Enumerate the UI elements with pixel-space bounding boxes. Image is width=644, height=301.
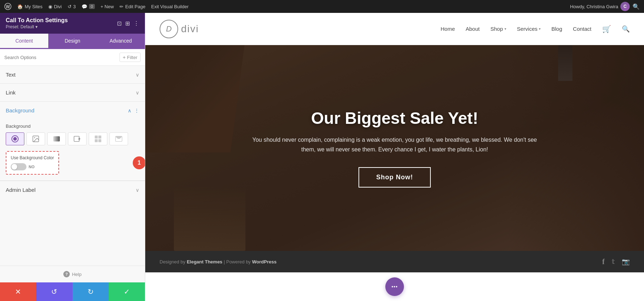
nav-blog[interactable]: Blog bbox=[551, 26, 562, 32]
search-options-input[interactable] bbox=[4, 55, 117, 60]
help-section[interactable]: ? Help bbox=[0, 266, 145, 282]
services-dropdown-arrow: ▾ bbox=[539, 27, 541, 31]
panel-header: Call To Action Settings Preset: Default … bbox=[0, 13, 145, 34]
nav-about[interactable]: About bbox=[465, 26, 479, 32]
mask-icon bbox=[115, 135, 123, 143]
save-button[interactable]: ✓ bbox=[109, 282, 145, 301]
comments-count: 0 bbox=[89, 4, 95, 9]
link-section-header[interactable]: Link ∨ bbox=[0, 84, 145, 101]
sync-icon: ↺ bbox=[68, 4, 72, 9]
fab-button[interactable]: ••• bbox=[385, 277, 404, 296]
background-section-icons: ∧ ⋮ bbox=[128, 108, 139, 113]
shop-dropdown-arrow: ▾ bbox=[504, 27, 506, 31]
panel-preset[interactable]: Preset: Default ▾ bbox=[6, 24, 68, 29]
background-section-content: Background bbox=[0, 119, 145, 180]
link-section-arrow: ∨ bbox=[136, 90, 139, 96]
use-bg-color-label: Use Background Color bbox=[11, 155, 54, 160]
exit-builder-button[interactable]: Exit Visual Builder bbox=[151, 4, 189, 9]
nav-search-icon[interactable]: 🔍 bbox=[622, 25, 630, 33]
comments-button[interactable]: 💬 0 bbox=[82, 4, 95, 9]
main-layout: Call To Action Settings Preset: Default … bbox=[0, 13, 644, 301]
home-icon: 🏠 bbox=[17, 4, 23, 9]
edit-icon: ✏ bbox=[119, 4, 123, 9]
link-section-title: Link bbox=[6, 89, 16, 96]
redo-button[interactable]: ↻ bbox=[73, 282, 109, 301]
link-section: Link ∨ bbox=[0, 84, 145, 102]
text-section-arrow: ∨ bbox=[136, 72, 139, 78]
my-sites-button[interactable]: 🏠 My Sites bbox=[17, 4, 43, 9]
color-fill-icon bbox=[11, 135, 19, 143]
panel-actions: ✕ ↺ ↻ ✓ bbox=[0, 282, 145, 301]
bg-type-pattern[interactable] bbox=[89, 132, 107, 145]
panel-search-bar: + Filter bbox=[0, 49, 145, 66]
admin-label-section[interactable]: Admin Label ∨ bbox=[0, 181, 145, 199]
site-header: D divi Home About Shop ▾ Services ▾ bbox=[145, 13, 644, 45]
bg-type-color[interactable] bbox=[6, 132, 24, 145]
panel-tabs: Content Design Advanced bbox=[0, 34, 145, 49]
logo-text: divi bbox=[181, 23, 199, 35]
toggle-no-label: NO bbox=[29, 165, 35, 169]
cancel-button[interactable]: ✕ bbox=[0, 282, 36, 301]
tab-content[interactable]: Content bbox=[0, 34, 48, 49]
svg-point-2 bbox=[13, 137, 17, 141]
admin-label-title: Admin Label bbox=[6, 187, 35, 193]
site-footer: Designed by Elegant Themes | Powered by … bbox=[145, 251, 644, 272]
background-section-header[interactable]: Background ∧ ⋮ bbox=[0, 102, 145, 119]
svg-point-4 bbox=[34, 137, 35, 138]
hero-subtitle: You should never complain, complaining i… bbox=[248, 135, 541, 154]
hero-section: Our Biggest Sale Yet! You should never c… bbox=[145, 45, 644, 251]
tab-design[interactable]: Design bbox=[48, 34, 97, 49]
background-section-arrow: ∧ bbox=[128, 108, 131, 113]
svg-rect-11 bbox=[98, 139, 101, 142]
cart-icon[interactable]: 🛒 bbox=[602, 25, 611, 33]
use-background-color-box: Use Background Color NO bbox=[6, 151, 59, 175]
bg-type-image[interactable] bbox=[26, 132, 45, 145]
fab-icon: ••• bbox=[391, 284, 398, 290]
background-section-more[interactable]: ⋮ bbox=[134, 108, 139, 113]
elegant-themes-link[interactable]: Elegant Themes bbox=[187, 259, 223, 264]
cancel-icon: ✕ bbox=[15, 287, 21, 296]
nav-shop[interactable]: Shop ▾ bbox=[491, 26, 506, 32]
badge-number: 1 bbox=[133, 156, 145, 169]
bg-color-toggle[interactable] bbox=[11, 163, 26, 170]
user-avatar: C bbox=[620, 2, 630, 11]
redo-icon: ↻ bbox=[88, 287, 94, 296]
sync-button[interactable]: ↺ 3 bbox=[68, 4, 76, 9]
nav-services[interactable]: Services ▾ bbox=[517, 26, 541, 32]
divi-button[interactable]: ◉ Divi bbox=[48, 4, 62, 9]
panel-header-icons: ⊡ ⊞ ⋮ bbox=[117, 20, 139, 27]
panel-more-icon[interactable]: ⋮ bbox=[133, 20, 139, 27]
pattern-icon bbox=[94, 135, 102, 143]
bg-type-mask[interactable] bbox=[109, 132, 128, 145]
filter-button[interactable]: + Filter bbox=[119, 53, 141, 62]
admin-bar-right: Howdy, Christina Gwira C 🔍 bbox=[570, 2, 640, 11]
wordpress-link[interactable]: WordPress bbox=[252, 259, 276, 264]
text-section-header[interactable]: Text ∨ bbox=[0, 66, 145, 83]
new-button[interactable]: + New bbox=[101, 4, 114, 9]
bg-type-video[interactable] bbox=[68, 132, 87, 145]
instagram-icon[interactable]: 📷 bbox=[622, 258, 630, 266]
panel-grid-icon[interactable]: ⊞ bbox=[125, 20, 130, 27]
facebook-icon[interactable]: f bbox=[602, 258, 605, 266]
comment-icon: 💬 bbox=[82, 4, 87, 9]
twitter-icon[interactable]: 𝕥 bbox=[612, 258, 615, 266]
nav-contact[interactable]: Contact bbox=[573, 26, 591, 32]
panel-collapse-icon[interactable]: ⊡ bbox=[117, 20, 122, 27]
nav-home[interactable]: Home bbox=[440, 26, 455, 32]
help-icon: ? bbox=[63, 271, 70, 277]
footer-text: Designed by Elegant Themes | Powered by … bbox=[160, 259, 277, 264]
user-greeting[interactable]: Howdy, Christina Gwira C bbox=[570, 2, 630, 11]
background-section: Background ∧ ⋮ Background bbox=[0, 102, 145, 181]
bg-type-gradient[interactable] bbox=[47, 132, 66, 145]
admin-bar-search-icon[interactable]: 🔍 bbox=[633, 3, 640, 10]
tab-advanced[interactable]: Advanced bbox=[97, 34, 145, 49]
wp-logo-button[interactable]: W bbox=[4, 3, 11, 10]
below-fold: ••• bbox=[145, 272, 644, 301]
toggle-knob bbox=[11, 164, 17, 170]
text-section: Text ∨ bbox=[0, 66, 145, 84]
edit-page-button[interactable]: ✏ Edit Page bbox=[119, 4, 145, 9]
wp-admin-bar: W 🏠 My Sites ◉ Divi ↺ 3 💬 0 + New ✏ Edit… bbox=[0, 0, 644, 13]
svg-marker-7 bbox=[79, 137, 81, 140]
hero-cta-button[interactable]: Shop Now! bbox=[358, 167, 431, 188]
reset-button[interactable]: ↺ bbox=[36, 282, 72, 301]
